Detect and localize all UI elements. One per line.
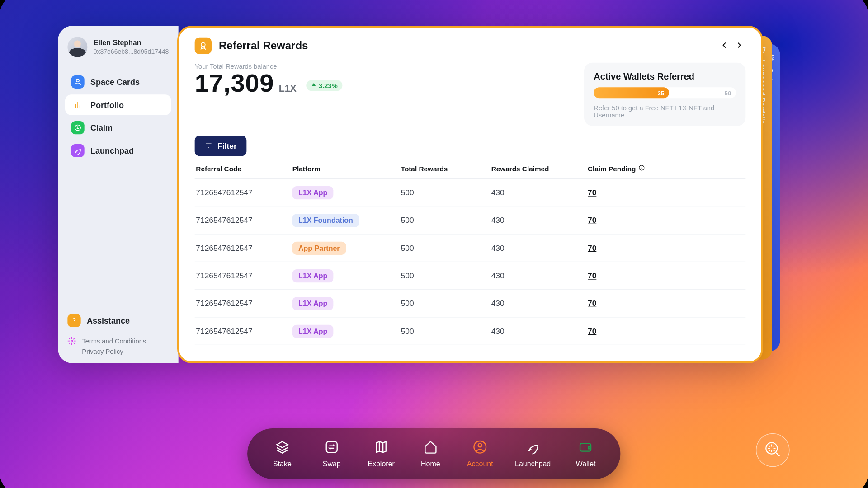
claim-pending-link[interactable]: 70 [588, 216, 596, 225]
dock-item-swap[interactable]: Swap [317, 440, 346, 468]
coin-icon [71, 121, 84, 134]
privacy-link[interactable]: Privacy Policy [82, 347, 123, 355]
next-button[interactable] [732, 39, 745, 52]
platform-pill: L1X App [292, 186, 334, 199]
user-address: 0x37e66eb8...8d95d17448 [94, 47, 169, 55]
sidebar-item-assistance[interactable]: Assistance [65, 311, 171, 335]
search-fab[interactable] [756, 433, 790, 467]
dock-label: Swap [323, 460, 341, 468]
dock-item-home[interactable]: Home [416, 440, 445, 468]
sidebar-item-label: Claim [90, 123, 113, 132]
claim-pending-link[interactable]: 70 [588, 299, 596, 308]
svg-point-0 [76, 79, 79, 82]
th-claimed: Rewards Claimed [491, 165, 588, 172]
referred-hint: Refer 50 to get a Free NFT L1X NFT and U… [594, 104, 736, 119]
claim-pending-link[interactable]: 70 [588, 271, 596, 280]
question-icon [67, 314, 80, 327]
table-header: Referral Code Platform Total Rewards Rew… [195, 164, 746, 179]
platform-pill: L1X App [292, 269, 334, 282]
sidebar-item-portfolio[interactable]: Portfolio [65, 94, 171, 115]
platform-pill: L1X App [292, 324, 334, 338]
dock-label: Wallet [576, 460, 596, 468]
spark-search-icon [764, 440, 782, 460]
cell-claimed: 430 [491, 271, 588, 280]
filter-label: Filter [217, 141, 236, 150]
delta-value: 3.23% [319, 82, 338, 89]
cell-code: 7126547612547 [196, 216, 292, 225]
dock-item-wallet[interactable]: Wallet [571, 440, 600, 468]
wallet-icon [579, 440, 593, 456]
claim-pending-link[interactable]: 70 [588, 327, 596, 336]
terms-link[interactable]: Terms and Conditions [82, 338, 146, 345]
legal-links: Terms and Conditions Privacy Policy [65, 336, 171, 355]
swap-icon [325, 440, 339, 456]
cell-code: 7126547612547 [196, 244, 292, 253]
cell-claimed: 430 [491, 299, 588, 308]
progress-current: 35 [658, 89, 665, 96]
dock-item-explorer[interactable]: Explorer [367, 440, 396, 468]
dock-item-stake[interactable]: Stake [268, 440, 297, 468]
sidebar-item-space-cards[interactable]: Space Cards [65, 72, 171, 92]
table-row: 7126547612547App Partner50043070 [195, 235, 746, 262]
dock-label: Stake [273, 460, 292, 468]
th-code: Referral Code [196, 165, 292, 172]
user-name: Ellen Stephan [94, 39, 169, 47]
cell-total: 500 [401, 188, 491, 197]
table-row: 7126547612547L1X App50043070 [195, 179, 746, 206]
sidebar-item-label: Launchpad [90, 146, 134, 155]
cell-total: 500 [401, 216, 491, 225]
rocket-icon [71, 144, 84, 157]
caret-up-icon [311, 82, 316, 89]
svg-point-3 [201, 42, 205, 47]
delta-badge: 3.23% [306, 80, 342, 91]
cell-claimed: 430 [491, 216, 588, 225]
cell-total: 500 [401, 299, 491, 308]
cell-code: 7126547612547 [196, 188, 292, 197]
filter-icon [204, 141, 213, 151]
chevron-right-icon [735, 41, 743, 51]
balance-unit: L1X [279, 83, 297, 94]
content-panel: Referral Rewards [177, 26, 763, 363]
rewards-table: Referral Code Platform Total Rewards Rew… [195, 164, 746, 345]
svg-point-2 [71, 340, 73, 342]
svg-point-7 [478, 443, 482, 447]
filter-button[interactable]: Filter [195, 136, 246, 156]
cell-code: 7126547612547 [196, 299, 292, 308]
table-row: 7126547612547L1X Foundation50043070 [195, 206, 746, 234]
info-icon[interactable] [638, 164, 645, 172]
claim-pending-link[interactable]: 70 [588, 188, 596, 197]
progress-max: 50 [724, 87, 731, 98]
claim-pending-link[interactable]: 70 [588, 244, 596, 253]
user-circle-icon [473, 440, 487, 456]
sidebar: Ellen Stephan 0x37e66eb8...8d95d17448 Sp… [58, 26, 179, 363]
cell-claimed: 430 [491, 244, 588, 253]
chevron-left-icon [720, 41, 729, 51]
dock-label: Home [421, 460, 440, 468]
sidebar-item-claim[interactable]: Claim [65, 117, 171, 138]
sidebar-item-label: Space Cards [90, 77, 140, 86]
platform-pill: App Partner [292, 241, 346, 254]
assistance-label: Assistance [87, 316, 130, 325]
referred-card: Active Wallets Referred 35 50 Refer 50 t… [584, 63, 745, 126]
referred-title: Active Wallets Referred [594, 71, 736, 81]
cell-code: 7126547612547 [196, 327, 292, 336]
balance-value: 17,309 [195, 69, 274, 98]
dock-label: Account [467, 460, 493, 468]
rocket-icon [526, 440, 540, 456]
platform-pill: L1X Foundation [292, 214, 359, 227]
cell-claimed: 430 [491, 188, 588, 197]
dock-item-launchpad[interactable]: Launchpad [515, 440, 551, 468]
map-icon [374, 440, 388, 456]
profile[interactable]: Ellen Stephan 0x37e66eb8...8d95d17448 [65, 37, 171, 63]
cell-claimed: 430 [491, 327, 588, 336]
dock-item-account[interactable]: Account [466, 440, 495, 468]
home-icon [423, 440, 438, 456]
sidebar-item-launchpad[interactable]: Launchpad [65, 141, 171, 161]
prev-button[interactable] [718, 39, 731, 52]
medal-icon [195, 38, 212, 54]
dock-label: Explorer [368, 460, 395, 468]
user-icon [71, 75, 84, 89]
table-row: 7126547612547L1X App50043070 [195, 262, 746, 290]
th-pending: Claim Pending [588, 165, 636, 172]
avatar [67, 37, 87, 57]
